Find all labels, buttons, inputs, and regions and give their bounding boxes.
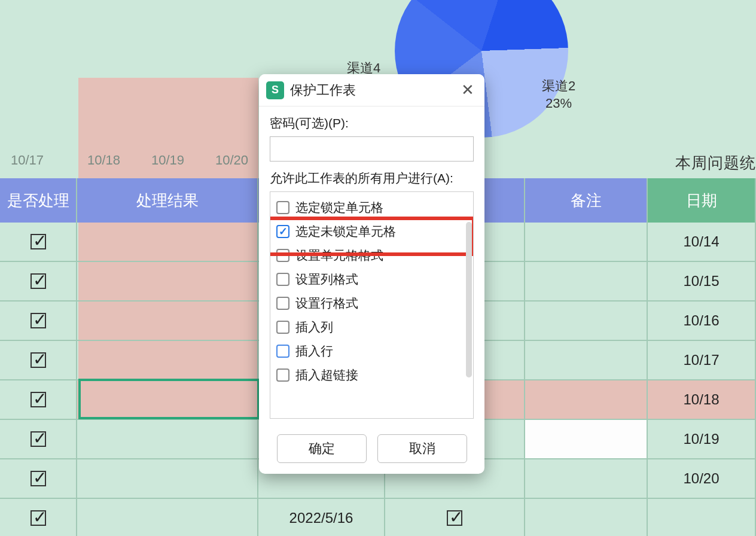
date-cell[interactable]: 10/16: [648, 302, 756, 341]
check-icon[interactable]: [447, 510, 462, 526]
header-result[interactable]: 处理结果: [77, 178, 258, 223]
permissions-label: 允许此工作表的所有用户进行(A):: [270, 170, 474, 187]
bottom-date-cell[interactable]: 2022/5/16: [258, 499, 385, 536]
close-icon[interactable]: ✕: [458, 81, 477, 100]
perm-item-format-cols[interactable]: 设置列格式: [273, 267, 471, 291]
selected-cell-border: [78, 379, 260, 419]
perm-label: 插入列: [295, 319, 333, 336]
perm-label: 插入超链接: [295, 367, 358, 383]
perm-item-insert-links[interactable]: 插入超链接: [273, 363, 471, 387]
date-cell[interactable]: 10/18: [648, 380, 756, 420]
perm-label: 选定锁定单元格: [295, 199, 383, 216]
perm-label: 选定未锁定单元格: [295, 223, 396, 240]
check-icon[interactable]: [31, 392, 46, 407]
perm-label: 设置单元格格式: [295, 247, 383, 264]
date-cell[interactable]: 10/14: [648, 223, 756, 262]
perm-label: 插入行: [295, 343, 333, 360]
date-cell[interactable]: 10/20: [648, 459, 756, 499]
checkbox-icon[interactable]: [276, 368, 289, 382]
pie-label-channel2: 渠道223%: [542, 78, 575, 112]
date-cell[interactable]: 10/17: [648, 341, 756, 380]
checkbox-icon[interactable]: [276, 345, 289, 358]
header-processed[interactable]: 是否处理: [0, 178, 77, 223]
header-date[interactable]: 日期: [648, 178, 756, 223]
check-icon[interactable]: [31, 313, 46, 328]
checkbox-icon[interactable]: [276, 273, 289, 286]
checkbox-icon[interactable]: [276, 225, 289, 238]
perm-item-insert-cols[interactable]: 插入列: [273, 315, 471, 339]
check-icon[interactable]: [31, 273, 46, 289]
table-row[interactable]: 2022/5/16: [0, 499, 756, 536]
perm-item-format-rows[interactable]: 设置行格式: [273, 291, 471, 315]
check-icon[interactable]: [31, 510, 46, 526]
permissions-list[interactable]: 选定锁定单元格 选定未锁定单元格 设置单元格格式 设置列格式 设置行格式 插入列: [270, 191, 474, 419]
check-icon[interactable]: [31, 471, 46, 486]
check-icon[interactable]: [31, 352, 46, 368]
perm-label: 设置列格式: [295, 271, 358, 288]
dialog-title: 保护工作表: [290, 81, 458, 99]
perm-item-insert-rows[interactable]: 插入行: [273, 339, 471, 363]
password-label: 密码(可选)(P):: [270, 115, 474, 132]
header-note[interactable]: 备注: [525, 178, 648, 223]
date-cell[interactable]: 10/15: [648, 262, 756, 302]
app-icon: S: [266, 81, 284, 99]
cancel-button[interactable]: 取消: [377, 434, 467, 463]
dialog-titlebar[interactable]: S 保护工作表 ✕: [259, 74, 484, 106]
check-icon[interactable]: [31, 431, 46, 447]
check-icon[interactable]: [31, 234, 46, 249]
ok-button[interactable]: 确定: [277, 434, 367, 463]
date-cell[interactable]: 10/19: [648, 420, 756, 459]
perm-label: 设置行格式: [295, 295, 358, 312]
checkbox-icon[interactable]: [276, 297, 289, 310]
date-tick: 10/18: [72, 153, 136, 168]
password-input[interactable]: [270, 136, 474, 162]
checkbox-icon[interactable]: [276, 249, 289, 262]
date-tick: 10/20: [200, 153, 264, 168]
checkbox-icon[interactable]: [276, 201, 289, 214]
date-tick: 10/17: [0, 153, 72, 168]
perm-item-format-cells[interactable]: 设置单元格格式: [273, 243, 471, 267]
date-tick: 10/19: [136, 153, 200, 168]
perm-item-lock-cells[interactable]: 选定锁定单元格: [273, 196, 471, 220]
scrollbar[interactable]: [466, 222, 472, 377]
protect-sheet-dialog: S 保护工作表 ✕ 密码(可选)(P): 允许此工作表的所有用户进行(A): 选…: [259, 74, 484, 474]
checkbox-icon[interactable]: [276, 321, 289, 334]
side-heading: 本周问题统: [675, 153, 756, 173]
date-axis-row: 10/17 10/18 10/19 10/20: [0, 153, 264, 168]
perm-item-unlock-cells[interactable]: 选定未锁定单元格: [273, 220, 471, 243]
